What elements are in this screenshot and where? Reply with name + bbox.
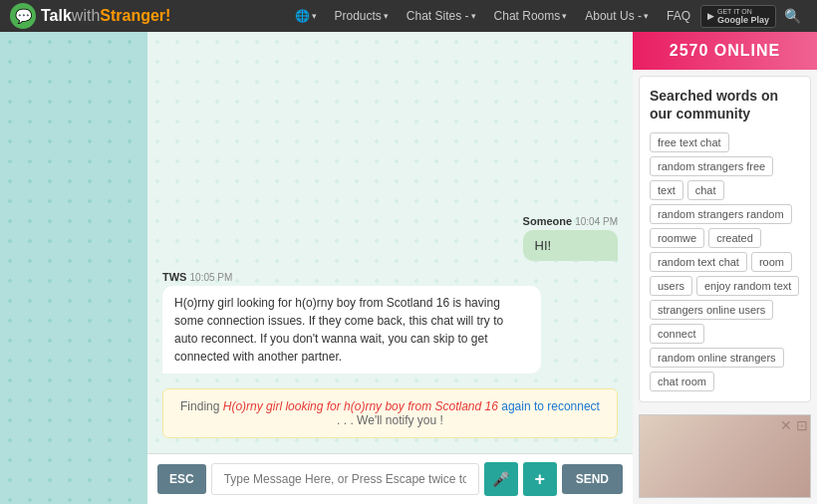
send-button[interactable]: SEND [562, 464, 623, 494]
search-tag[interactable]: chat room [650, 372, 714, 391]
google-play-icon: ▶ [707, 11, 714, 21]
search-tag[interactable]: chat [687, 180, 724, 200]
mic-icon: 🎤 [492, 471, 509, 487]
search-tag[interactable]: random online strangers [650, 348, 784, 368]
search-tag[interactable]: free text chat [650, 132, 729, 152]
message-input[interactable] [211, 463, 479, 495]
outgoing-bubble: HI! [523, 230, 618, 261]
search-tag[interactable]: random strangers free [650, 156, 773, 176]
reconnect-highlight: H(o)rny girl looking for h(o)rny boy fro… [223, 399, 498, 413]
search-tag[interactable]: room [751, 252, 792, 272]
nav-chat-rooms[interactable]: Chat Rooms ▾ [486, 0, 576, 32]
nav-faq-label: FAQ [667, 9, 690, 23]
reconnect-blue: again to reconnect [501, 399, 600, 413]
message-incoming: TWS 10:05 PM H(o)rny girl looking for h(… [162, 271, 541, 374]
google-play-text: GET IT ON Google Play [717, 8, 769, 25]
nav-chat-sites[interactable]: Chat Sites - ▾ [399, 0, 484, 32]
searched-section: Searched words on our community free tex… [639, 76, 811, 402]
nav-products-label: Products [335, 9, 382, 23]
search-tag[interactable]: users [650, 276, 692, 296]
search-tag[interactable]: created [708, 228, 761, 248]
plus-icon: + [534, 469, 545, 490]
message-outgoing: Someone 10:04 PM HI! [523, 215, 618, 261]
search-tag[interactable]: strangers online users [650, 300, 773, 320]
nav-faq[interactable]: FAQ [659, 0, 698, 32]
logo-talk: Talk [41, 7, 72, 24]
nav-about-us[interactable]: About Us - ▾ [577, 0, 657, 32]
search-tag[interactable]: connect [650, 324, 704, 344]
right-sidebar: 2570 ONLINE Searched words on our commun… [633, 32, 817, 504]
google-play-sub: Google Play [717, 15, 769, 25]
reconnect-notice: Finding H(o)rny girl looking for h(o)rny… [162, 388, 618, 438]
outgoing-time: 10:04 PM [575, 216, 618, 227]
search-tag[interactable]: enjoy random text [696, 276, 799, 296]
search-tag[interactable]: random text chat [650, 252, 747, 272]
search-tag[interactable]: random strangers random [650, 204, 792, 224]
google-play-label: GET IT ON [717, 8, 769, 15]
preview-image [640, 415, 810, 497]
incoming-bubble: H(o)rny girl looking for h(o)rny boy fro… [162, 286, 541, 374]
online-badge: 2570 ONLINE [633, 32, 817, 70]
nav-google-play[interactable]: ▶ GET IT ON Google Play [700, 5, 776, 28]
msg-incoming-meta: TWS 10:05 PM [162, 271, 541, 283]
left-panel [0, 32, 147, 504]
search-tag[interactable]: text [650, 180, 683, 200]
main-layout: Someone 10:04 PM HI! TWS 10:05 PM H(o)rn… [0, 32, 817, 504]
nav-chat-sites-label: Chat Sites - [407, 9, 469, 23]
reconnect-prefix: Finding [180, 399, 223, 413]
logo-text: TalkwithStranger! [41, 7, 170, 25]
outgoing-msg-text: HI! [535, 238, 552, 253]
incoming-sender: TWS [162, 271, 186, 283]
chat-input-bar: ESC 🎤 + SEND [147, 453, 633, 504]
tags-container: free text chatrandom strangers freetextc… [650, 132, 800, 391]
nav-globe[interactable]: 🌐 ▾ [287, 0, 325, 32]
logo-excl: ! [165, 7, 170, 24]
chat-area: Someone 10:04 PM HI! TWS 10:05 PM H(o)rn… [147, 32, 633, 504]
reconnect-suffix: . . . We'll notify you ! [337, 413, 443, 427]
msg-outgoing-meta: Someone 10:04 PM [523, 215, 618, 227]
search-tag[interactable]: roomwe [650, 228, 704, 248]
nav-chat-rooms-label: Chat Rooms [494, 9, 561, 23]
outgoing-sender: Someone [523, 215, 573, 227]
online-count: 2570 ONLINE [670, 42, 780, 59]
mic-button[interactable]: 🎤 [484, 462, 518, 496]
chat-messages: Someone 10:04 PM HI! TWS 10:05 PM H(o)rn… [147, 32, 633, 453]
searched-title: Searched words on our community [650, 87, 800, 123]
logo-icon: 💬 [10, 3, 36, 29]
navbar: 💬 TalkwithStranger! 🌐 ▾ Products ▾ Chat … [0, 0, 817, 32]
incoming-time: 10:05 PM [190, 272, 233, 283]
nav-items: 🌐 ▾ Products ▾ Chat Sites - ▾ Chat Rooms… [287, 0, 808, 32]
esc-button[interactable]: ESC [157, 464, 206, 494]
nav-about-us-label: About Us - [585, 9, 642, 23]
logo[interactable]: 💬 TalkwithStranger! [10, 3, 170, 29]
logo-stranger: Stranger [100, 7, 165, 24]
nav-products[interactable]: Products ▾ [327, 0, 397, 32]
preview-box: ✕ ⊡ [639, 414, 811, 498]
nav-search-button[interactable]: 🔍 [778, 8, 807, 24]
logo-with: with [72, 7, 100, 24]
incoming-msg-text: H(o)rny girl looking for h(o)rny boy fro… [174, 296, 503, 364]
add-button[interactable]: + [523, 462, 557, 496]
